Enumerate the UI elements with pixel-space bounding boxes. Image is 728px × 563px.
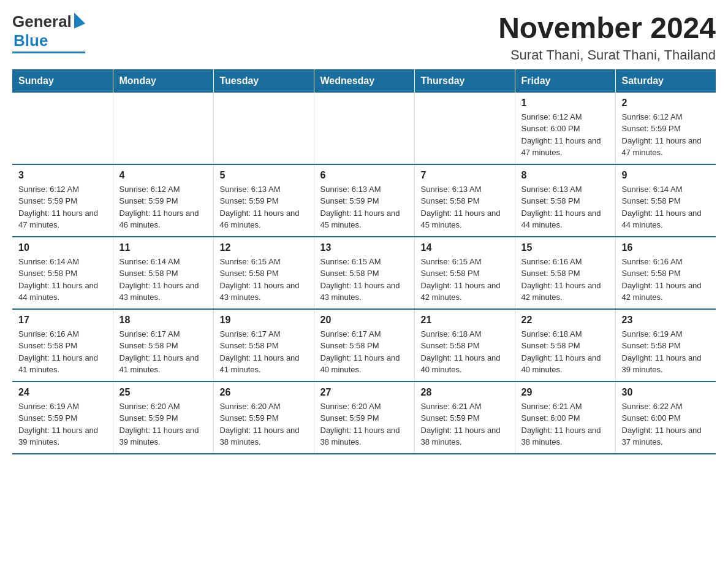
day-info: Sunrise: 6:16 AM Sunset: 5:58 PM Dayligh…: [622, 256, 710, 304]
calendar-cell: 10Sunrise: 6:14 AM Sunset: 5:58 PM Dayli…: [12, 237, 113, 309]
calendar-week-row: 3Sunrise: 6:12 AM Sunset: 5:59 PM Daylig…: [12, 164, 716, 237]
calendar-cell: 9Sunrise: 6:14 AM Sunset: 5:58 PM Daylig…: [615, 164, 716, 237]
calendar-header-wednesday: Wednesday: [314, 69, 414, 93]
day-info: Sunrise: 6:20 AM Sunset: 5:59 PM Dayligh…: [320, 400, 408, 448]
day-info: Sunrise: 6:12 AM Sunset: 6:00 PM Dayligh…: [521, 111, 609, 159]
page-title: November 2024: [498, 12, 716, 45]
page-header: General Blue November 2024 Surat Thani, …: [12, 12, 716, 63]
calendar-cell: 3Sunrise: 6:12 AM Sunset: 5:59 PM Daylig…: [12, 164, 113, 237]
day-number: 25: [119, 387, 207, 398]
day-info: Sunrise: 6:15 AM Sunset: 5:58 PM Dayligh…: [320, 256, 408, 304]
day-info: Sunrise: 6:14 AM Sunset: 5:58 PM Dayligh…: [18, 256, 107, 304]
day-info: Sunrise: 6:21 AM Sunset: 5:59 PM Dayligh…: [421, 400, 509, 448]
logo-blue-text: Blue: [12, 31, 48, 50]
calendar-cell: 4Sunrise: 6:12 AM Sunset: 5:59 PM Daylig…: [113, 164, 213, 237]
day-info: Sunrise: 6:13 AM Sunset: 5:59 PM Dayligh…: [220, 183, 308, 231]
calendar-cell: [414, 93, 515, 164]
calendar-week-row: 24Sunrise: 6:19 AM Sunset: 5:59 PM Dayli…: [12, 381, 716, 454]
day-info: Sunrise: 6:12 AM Sunset: 5:59 PM Dayligh…: [18, 183, 107, 231]
day-info: Sunrise: 6:21 AM Sunset: 6:00 PM Dayligh…: [521, 400, 609, 448]
day-number: 20: [320, 315, 408, 326]
calendar-cell: 21Sunrise: 6:18 AM Sunset: 5:58 PM Dayli…: [414, 309, 515, 381]
calendar-cell: 14Sunrise: 6:15 AM Sunset: 5:58 PM Dayli…: [414, 237, 515, 309]
day-info: Sunrise: 6:14 AM Sunset: 5:58 PM Dayligh…: [119, 256, 207, 304]
calendar-cell: 29Sunrise: 6:21 AM Sunset: 6:00 PM Dayli…: [515, 381, 615, 454]
logo-general-text: General: [12, 12, 72, 31]
calendar-cell: 16Sunrise: 6:16 AM Sunset: 5:58 PM Dayli…: [615, 237, 716, 309]
calendar-cell: 12Sunrise: 6:15 AM Sunset: 5:58 PM Dayli…: [213, 237, 314, 309]
calendar-cell: [12, 93, 113, 164]
day-number: 27: [320, 387, 408, 398]
day-number: 11: [119, 242, 207, 253]
day-number: 13: [320, 242, 408, 253]
calendar-week-row: 10Sunrise: 6:14 AM Sunset: 5:58 PM Dayli…: [12, 237, 716, 309]
day-info: Sunrise: 6:12 AM Sunset: 5:59 PM Dayligh…: [622, 111, 710, 159]
day-number: 24: [18, 387, 107, 398]
day-info: Sunrise: 6:17 AM Sunset: 5:58 PM Dayligh…: [220, 328, 308, 376]
page-subtitle: Surat Thani, Surat Thani, Thailand: [498, 47, 716, 63]
day-number: 28: [421, 387, 509, 398]
calendar-table: SundayMondayTuesdayWednesdayThursdayFrid…: [12, 69, 716, 454]
title-section: November 2024 Surat Thani, Surat Thani, …: [498, 12, 716, 63]
day-number: 14: [421, 242, 509, 253]
day-number: 6: [320, 170, 408, 181]
calendar-header-saturday: Saturday: [615, 69, 716, 93]
calendar-cell: 18Sunrise: 6:17 AM Sunset: 5:58 PM Dayli…: [113, 309, 213, 381]
day-info: Sunrise: 6:17 AM Sunset: 5:58 PM Dayligh…: [119, 328, 207, 376]
calendar-cell: 30Sunrise: 6:22 AM Sunset: 6:00 PM Dayli…: [615, 381, 716, 454]
calendar-cell: [113, 93, 213, 164]
logo-underline: [12, 52, 85, 53]
day-info: Sunrise: 6:15 AM Sunset: 5:58 PM Dayligh…: [421, 256, 509, 304]
calendar-cell: 13Sunrise: 6:15 AM Sunset: 5:58 PM Dayli…: [314, 237, 414, 309]
calendar-header-tuesday: Tuesday: [213, 69, 314, 93]
calendar-cell: [213, 93, 314, 164]
day-info: Sunrise: 6:20 AM Sunset: 5:59 PM Dayligh…: [220, 400, 308, 448]
day-info: Sunrise: 6:13 AM Sunset: 5:59 PM Dayligh…: [320, 183, 408, 231]
calendar-cell: 17Sunrise: 6:16 AM Sunset: 5:58 PM Dayli…: [12, 309, 113, 381]
logo: General Blue: [12, 12, 85, 53]
day-number: 21: [421, 315, 509, 326]
day-number: 3: [18, 170, 107, 181]
day-info: Sunrise: 6:15 AM Sunset: 5:58 PM Dayligh…: [220, 256, 308, 304]
calendar-header-sunday: Sunday: [12, 69, 113, 93]
calendar-week-row: 1Sunrise: 6:12 AM Sunset: 6:00 PM Daylig…: [12, 93, 716, 164]
calendar-week-row: 17Sunrise: 6:16 AM Sunset: 5:58 PM Dayli…: [12, 309, 716, 381]
day-number: 12: [220, 242, 308, 253]
calendar-cell: 2Sunrise: 6:12 AM Sunset: 5:59 PM Daylig…: [615, 93, 716, 164]
calendar-cell: 28Sunrise: 6:21 AM Sunset: 5:59 PM Dayli…: [414, 381, 515, 454]
day-number: 26: [220, 387, 308, 398]
day-info: Sunrise: 6:20 AM Sunset: 5:59 PM Dayligh…: [119, 400, 207, 448]
day-number: 18: [119, 315, 207, 326]
day-number: 15: [521, 242, 609, 253]
day-number: 8: [521, 170, 609, 181]
calendar-header-row: SundayMondayTuesdayWednesdayThursdayFrid…: [12, 69, 716, 93]
day-number: 2: [622, 98, 710, 109]
day-number: 4: [119, 170, 207, 181]
calendar-cell: 5Sunrise: 6:13 AM Sunset: 5:59 PM Daylig…: [213, 164, 314, 237]
day-info: Sunrise: 6:13 AM Sunset: 5:58 PM Dayligh…: [521, 183, 609, 231]
day-number: 5: [220, 170, 308, 181]
calendar-header-monday: Monday: [113, 69, 213, 93]
day-number: 22: [521, 315, 609, 326]
day-number: 17: [18, 315, 107, 326]
calendar-cell: 1Sunrise: 6:12 AM Sunset: 6:00 PM Daylig…: [515, 93, 615, 164]
logo-arrow-icon: [74, 12, 85, 31]
day-number: 30: [622, 387, 710, 398]
calendar-header-thursday: Thursday: [414, 69, 515, 93]
calendar-cell: 8Sunrise: 6:13 AM Sunset: 5:58 PM Daylig…: [515, 164, 615, 237]
day-info: Sunrise: 6:19 AM Sunset: 5:58 PM Dayligh…: [622, 328, 710, 376]
day-info: Sunrise: 6:22 AM Sunset: 6:00 PM Dayligh…: [622, 400, 710, 448]
calendar-cell: 26Sunrise: 6:20 AM Sunset: 5:59 PM Dayli…: [213, 381, 314, 454]
day-info: Sunrise: 6:13 AM Sunset: 5:58 PM Dayligh…: [421, 183, 509, 231]
calendar-cell: 19Sunrise: 6:17 AM Sunset: 5:58 PM Dayli…: [213, 309, 314, 381]
day-info: Sunrise: 6:16 AM Sunset: 5:58 PM Dayligh…: [18, 328, 107, 376]
day-info: Sunrise: 6:18 AM Sunset: 5:58 PM Dayligh…: [521, 328, 609, 376]
day-info: Sunrise: 6:17 AM Sunset: 5:58 PM Dayligh…: [320, 328, 408, 376]
calendar-cell: 20Sunrise: 6:17 AM Sunset: 5:58 PM Dayli…: [314, 309, 414, 381]
day-number: 10: [18, 242, 107, 253]
calendar-cell: 24Sunrise: 6:19 AM Sunset: 5:59 PM Dayli…: [12, 381, 113, 454]
calendar-cell: 22Sunrise: 6:18 AM Sunset: 5:58 PM Dayli…: [515, 309, 615, 381]
calendar-cell: 6Sunrise: 6:13 AM Sunset: 5:59 PM Daylig…: [314, 164, 414, 237]
day-number: 23: [622, 315, 710, 326]
day-info: Sunrise: 6:19 AM Sunset: 5:59 PM Dayligh…: [18, 400, 107, 448]
